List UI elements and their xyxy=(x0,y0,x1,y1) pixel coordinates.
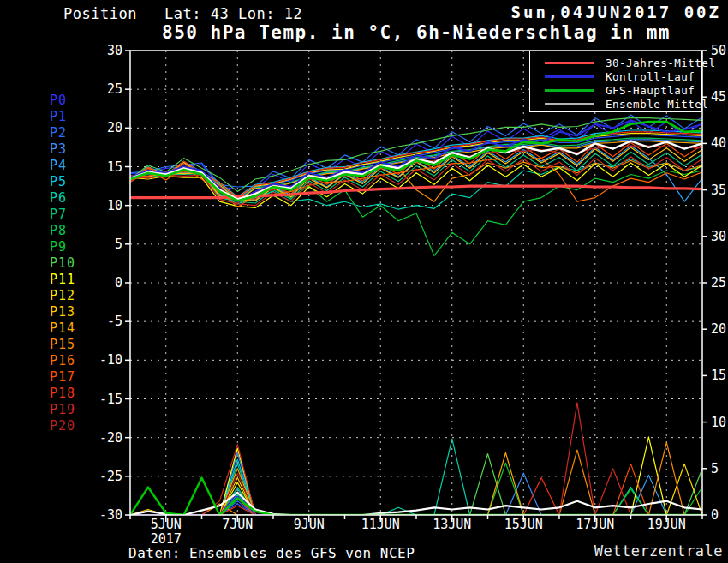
x-tick-label: 13JUN xyxy=(433,517,471,532)
ensemble-member-label: P11 xyxy=(50,273,75,286)
y-right-tick-label: 15 xyxy=(711,368,726,383)
ensemble-member-label: P0 xyxy=(50,93,67,107)
series-group xyxy=(130,115,702,515)
x-tick-label: 7JUN xyxy=(222,517,253,532)
ensemble-member-label: P9 xyxy=(50,240,67,254)
y-right-tick-label: 0 xyxy=(711,507,719,523)
legend-swatch-line xyxy=(545,75,594,78)
legend-item-label: GFS-Hauptlauf xyxy=(606,84,695,97)
y-right-tick-label: 5 xyxy=(711,461,719,476)
y-left-tick-label: 15 xyxy=(107,159,122,175)
legend-item: Ensemble-Mittel xyxy=(530,97,701,111)
y-left-tick-label: 10 xyxy=(107,198,122,213)
y-left-tick-label: 20 xyxy=(107,120,122,135)
ensemble-member-label: P5 xyxy=(50,175,67,189)
legend-swatch-line xyxy=(545,103,594,105)
ensemble-member-label: P18 xyxy=(50,386,75,400)
ensemble-member-label: P13 xyxy=(50,305,75,319)
x-tick-label: 15JUN xyxy=(504,517,543,532)
ensemble-member-label: P14 xyxy=(50,321,75,335)
y-left-tick-label: -25 xyxy=(99,469,122,484)
ensemble-member-label: P17 xyxy=(50,370,75,384)
y-left-tick-label: -15 xyxy=(99,392,122,407)
ensemble-member-label: P20 xyxy=(50,419,75,433)
x-tick-label: 11JUN xyxy=(361,517,400,532)
ensemble-member-label: P15 xyxy=(50,338,75,351)
y-left-tick-label: 25 xyxy=(107,81,122,97)
member-P17-temp-line xyxy=(130,143,702,200)
legend-item: GFS-Hauptlauf xyxy=(530,83,701,97)
ensemble-member-label: P6 xyxy=(50,191,67,205)
ensemble-member-label: P12 xyxy=(50,289,75,302)
ensemble-member-label: P16 xyxy=(50,354,75,368)
x-tick-label: 5JUN xyxy=(151,517,182,532)
y-right-tick-label: 25 xyxy=(711,275,726,290)
y-left-tick-label: -30 xyxy=(99,507,122,523)
y-right-tick-label: 30 xyxy=(711,229,726,244)
brand-label: Wetterzentrale xyxy=(594,542,723,560)
ensemble-member-label: P1 xyxy=(50,110,67,123)
ensemble-member-label: P4 xyxy=(50,159,67,172)
legend-item-label: 30-Jahres-Mittel xyxy=(606,57,715,69)
ensemble-member-label: P8 xyxy=(50,224,67,237)
y-left-tick-label: -5 xyxy=(107,314,122,329)
y-left-tick-label: -20 xyxy=(99,430,122,446)
ensemble-member-label: P3 xyxy=(50,142,67,156)
plot-border xyxy=(130,51,702,515)
legend-item-label: Ensemble-Mittel xyxy=(606,98,708,111)
legend: 30-Jahres-MittelKontroll-LaufGFS-Hauptla… xyxy=(529,51,702,112)
y-left-tick-label: 0 xyxy=(115,275,122,290)
ensemble-member-label: P7 xyxy=(50,207,67,221)
legend-item: Kontroll-Lauf xyxy=(530,69,701,83)
legend-swatch-line xyxy=(545,62,594,64)
x-tick-label: 9JUN xyxy=(294,517,325,532)
y-right-tick-label: 40 xyxy=(711,135,726,151)
member-P19-precip-line xyxy=(130,403,702,515)
legend-swatch-line xyxy=(545,89,594,92)
y-left-tick-label: -10 xyxy=(99,352,122,368)
ensemble-member-label: P19 xyxy=(50,403,75,416)
y-right-tick-label: 20 xyxy=(711,321,726,337)
ensemble-member-label: P2 xyxy=(50,126,67,140)
x-tick-label: 19JUN xyxy=(647,517,686,532)
ensemble-member-label: P10 xyxy=(50,256,75,270)
y-right-tick-label: 35 xyxy=(711,183,726,198)
data-source-label: Daten: Ensembles des GFS von NCEP xyxy=(128,545,415,561)
y-left-tick-label: 30 xyxy=(107,43,122,58)
legend-item-label: Kontroll-Lauf xyxy=(606,70,695,83)
y-left-tick-label: 5 xyxy=(115,237,122,252)
y-right-tick-label: 45 xyxy=(711,89,726,105)
x-tick-label: 17JUN xyxy=(576,517,614,532)
y-right-tick-label: 10 xyxy=(711,415,726,430)
legend-item: 30-Jahres-Mittel xyxy=(530,56,701,69)
wetterzentrale-ensemble-meteogram: Position Lat: 43 Lon: 12 Sun,04JUN2017 0… xyxy=(0,0,728,563)
